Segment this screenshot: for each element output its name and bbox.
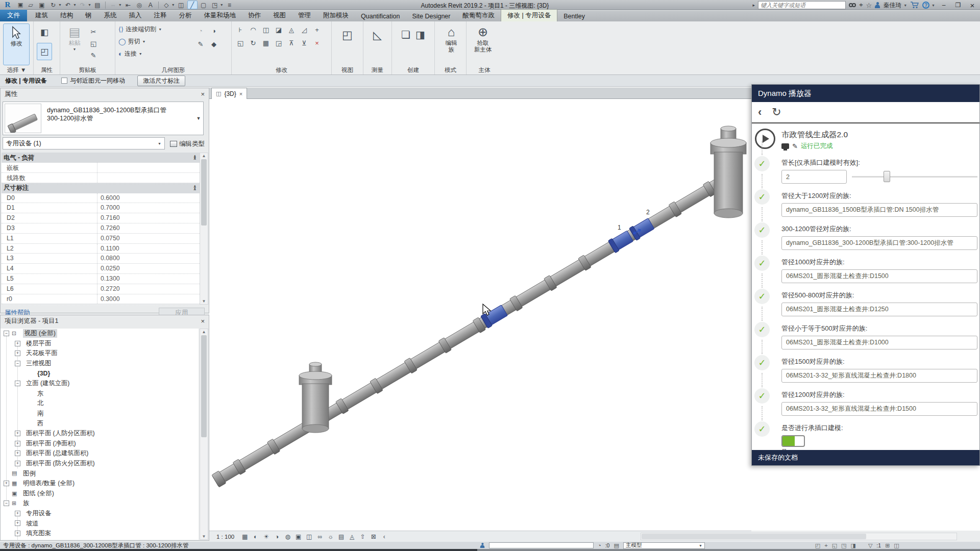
tree-item[interactable]: {3D} xyxy=(1,368,199,379)
pipe-length-slider[interactable] xyxy=(852,170,974,184)
tree-item-label[interactable]: 填充图案 xyxy=(26,529,51,538)
collapse-icon[interactable]: ∧∧ xyxy=(193,186,200,190)
tree-item[interactable]: +专用设备 xyxy=(1,509,199,519)
app-store-cart-icon[interactable] xyxy=(910,2,919,9)
show-crop-region-icon[interactable]: ◫ xyxy=(304,532,314,541)
properties-scrollbar[interactable]: ▲ ▼ xyxy=(200,153,208,305)
type-properties-icon[interactable]: ◰ xyxy=(37,43,52,60)
measure-icon[interactable]: ⇔ xyxy=(108,1,118,9)
background-processes-icon[interactable]: ◔ xyxy=(598,542,601,548)
property-value[interactable]: 0.7000 xyxy=(97,203,200,213)
match-type-icon[interactable]: ✎ xyxy=(88,50,99,60)
family-input[interactable]: 06MS201-3-32_矩形直线混凝土检查井:D1500 xyxy=(781,402,977,416)
property-row[interactable]: L40.0250 xyxy=(2,264,200,274)
visual-style-icon[interactable]: ◐ xyxy=(250,532,261,541)
panel-label-host[interactable]: 主体 xyxy=(467,66,502,74)
demolish-icon[interactable]: ◆ xyxy=(208,39,219,49)
aligned-dimension-icon[interactable]: ⇤ xyxy=(123,1,133,9)
links-icon[interactable]: ◨ xyxy=(850,542,855,549)
family-input[interactable]: 06MS201_圆形混凝土检查井:D1500 xyxy=(781,269,977,283)
switch-windows-icon-dropdown[interactable]: ▼ xyxy=(220,3,224,7)
property-value[interactable]: 0.0250 xyxy=(97,264,200,273)
tree-item[interactable]: +楼层平面 xyxy=(1,339,199,349)
unpin-icon[interactable]: ⊻ xyxy=(299,38,310,48)
cut-geometry-icon[interactable]: ◔ xyxy=(195,26,206,36)
panel-label-geometry[interactable]: 几何图形 xyxy=(115,66,231,74)
geometry-row-0[interactable]: ⟨⟩连接端切割▼ xyxy=(118,23,195,35)
family-input[interactable]: 06MS201-3-32_矩形直线混凝土检查井:D1800 xyxy=(781,369,977,383)
property-value[interactable]: 0.2720 xyxy=(97,284,200,294)
expand-node-icon[interactable]: + xyxy=(15,461,20,466)
panel-label-select[interactable]: 选择 ▼ xyxy=(0,66,33,74)
tab-Bentley[interactable]: Bentley xyxy=(557,11,591,21)
pick-new-host-button[interactable]: ⊕ 拾取 新主体 xyxy=(470,23,496,65)
rotate-icon[interactable]: ↻ xyxy=(248,38,259,48)
tab-附加模块[interactable]: 附加模块 xyxy=(317,10,355,21)
run-script-button[interactable] xyxy=(755,129,775,149)
properties-palette-icon[interactable]: ◧ xyxy=(37,23,52,41)
tab-视图[interactable]: 视图 xyxy=(267,10,292,21)
minimize-button[interactable]: – xyxy=(938,1,949,9)
tab-Site Designer[interactable]: Site Designer xyxy=(406,11,456,21)
trim-extend-icon[interactable]: ◿ xyxy=(299,24,310,35)
tree-item-label[interactable]: 北 xyxy=(37,399,43,408)
scroll-up-icon[interactable]: ▲ xyxy=(200,330,208,334)
project-browser-close-icon[interactable]: × xyxy=(201,317,205,325)
editable-only-filter-icon[interactable]: ◱ xyxy=(832,542,837,549)
default-3d-view-icon[interactable]: ◇ xyxy=(161,1,172,9)
shadows-icon[interactable]: ◑ xyxy=(272,532,282,541)
tree-item-label[interactable]: {3D} xyxy=(37,370,50,377)
tree-item-label[interactable]: 图纸 (全部) xyxy=(23,489,54,498)
edit-script-icon[interactable]: ✎ xyxy=(792,142,798,150)
expand-node-icon[interactable]: + xyxy=(15,441,20,446)
tree-item[interactable]: −⊞族 xyxy=(1,498,199,509)
property-row[interactable]: D00.6000 xyxy=(2,193,200,204)
copy-to-clipboard-icon[interactable]: ◱ xyxy=(88,38,99,48)
edit-type-button[interactable]: 编辑类型 xyxy=(168,137,207,151)
expand-node-icon[interactable]: + xyxy=(15,511,20,516)
rendering-dialog-icon[interactable]: ◍ xyxy=(282,532,293,541)
property-row[interactable]: D10.7000 xyxy=(2,203,200,213)
switch-windows-icon[interactable]: ◳ xyxy=(210,1,220,9)
project-browser-scrollbar[interactable]: ▲ ▼ xyxy=(200,329,208,540)
geometry-row-dropdown-icon[interactable]: ▼ xyxy=(142,40,146,43)
tree-item-label[interactable]: 图例 xyxy=(23,469,36,478)
property-value[interactable]: 0.0750 xyxy=(97,234,200,243)
array-icon[interactable]: ▦ xyxy=(260,38,272,48)
move-with-nearby-checkbox[interactable] xyxy=(61,78,67,84)
tree-item-label[interactable]: 明细表/数量 (全部) xyxy=(23,479,75,488)
manhole-top[interactable] xyxy=(710,126,746,218)
collapse-icon[interactable]: ‹ xyxy=(379,532,389,541)
panel-label-properties[interactable]: 属性 xyxy=(34,66,60,74)
tree-item[interactable]: −⊡视图 (全部) xyxy=(1,329,199,339)
split-element-icon[interactable]: ◬ xyxy=(286,24,297,35)
tree-item-label[interactable]: 专用设备 xyxy=(26,509,51,518)
search-expand-icon[interactable]: ▸ xyxy=(753,3,755,8)
socket-modeling-toggle[interactable] xyxy=(781,435,805,447)
tree-item-label[interactable]: 西 xyxy=(37,419,43,428)
tree-item-label[interactable]: 面积平面 (总建筑面积) xyxy=(26,449,88,458)
tree-item[interactable]: 西 xyxy=(1,418,199,429)
status-search-input[interactable] xyxy=(489,542,594,548)
communication-center-icon[interactable]: ⌖ xyxy=(859,1,863,9)
tree-item-label[interactable]: 族 xyxy=(23,499,29,508)
worksets-icon[interactable]: ◳ xyxy=(841,542,846,549)
scroll-down-icon[interactable]: ▼ xyxy=(200,299,208,304)
property-value[interactable]: 0.3000 xyxy=(97,294,200,304)
restore-button[interactable]: ❐ xyxy=(952,1,964,9)
move-icon[interactable]: + xyxy=(311,24,323,35)
delete-icon[interactable]: × xyxy=(311,38,323,48)
design-option-select[interactable]: 主模型▼ xyxy=(623,542,705,549)
tree-item[interactable]: +面积平面 (总建筑面积) xyxy=(1,448,199,459)
tree-item[interactable]: ▣图纸 (全部) xyxy=(1,489,199,499)
tree-item-label[interactable]: 楼层平面 xyxy=(26,339,51,348)
tab-系统[interactable]: 系统 xyxy=(98,10,123,21)
press-drag-icon[interactable]: + xyxy=(824,542,827,548)
property-row[interactable]: D30.7260 xyxy=(2,223,200,234)
undo-icon-dropdown[interactable]: ▼ xyxy=(73,3,77,7)
tree-item[interactable]: +天花板平面 xyxy=(1,348,199,359)
expand-node-icon[interactable]: + xyxy=(15,431,20,436)
panel-label-view[interactable]: 视图 xyxy=(332,66,363,74)
tag-by-category-icon[interactable]: ◎ xyxy=(134,1,144,9)
view-tab-close-icon[interactable]: × xyxy=(239,91,242,97)
